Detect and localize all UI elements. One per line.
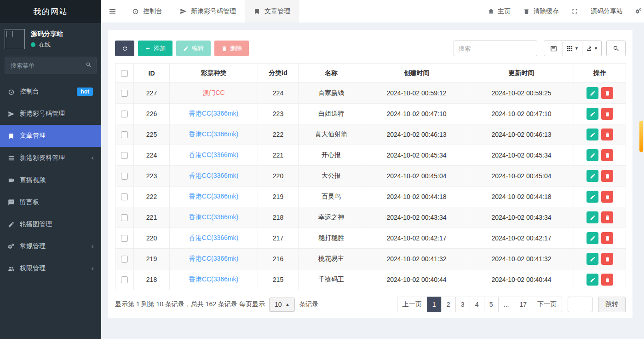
row-name: 桃花易主 <box>318 255 344 262</box>
row-checkbox[interactable] <box>121 131 128 138</box>
user-status: 在线 <box>31 41 63 49</box>
home-link[interactable]: 主页 <box>488 7 511 16</box>
category-link[interactable]: 香港CC(3366mk) <box>189 275 238 283</box>
add-button[interactable]: 添加 <box>138 41 172 56</box>
refresh-button[interactable] <box>115 41 134 56</box>
table-row: 226香港CC(3366mk)223白姐送特2024-10-02 00:47:1… <box>115 104 626 124</box>
row-checkbox[interactable] <box>121 235 128 242</box>
delete-button[interactable]: 删除 <box>214 41 249 56</box>
tab-控制台[interactable]: 控制台 <box>123 0 171 23</box>
page-size-select[interactable]: 10 ▲ <box>269 298 295 312</box>
menu-toggle-button[interactable] <box>101 0 123 23</box>
clear-cache-link[interactable]: 清除缓存 <box>523 7 559 16</box>
bookmark-icon <box>8 133 15 140</box>
trash-icon <box>604 194 610 200</box>
sidebar-item-label: 常规管理 <box>20 242 46 251</box>
row-actions-cell <box>574 145 626 166</box>
page-button[interactable]: 3 <box>455 297 470 312</box>
category-link[interactable]: 香港CC(3366mk) <box>189 151 238 158</box>
row-checkbox[interactable] <box>121 256 128 263</box>
profile-link[interactable]: 源码分享站 <box>591 7 623 16</box>
category-link[interactable]: 香港CC(3366mk) <box>189 255 238 262</box>
edit-row-button[interactable] <box>586 191 598 203</box>
delete-row-button[interactable] <box>601 87 613 99</box>
page-button[interactable]: 2 <box>441 297 456 312</box>
delete-row-button[interactable] <box>601 129 613 140</box>
edit-row-button[interactable] <box>586 253 598 265</box>
delete-row-button[interactable] <box>601 170 613 182</box>
pencil-icon <box>590 235 596 241</box>
delete-row-button[interactable] <box>601 274 613 286</box>
edit-row-button[interactable] <box>586 211 598 223</box>
send-icon <box>180 8 187 15</box>
edit-row-button[interactable] <box>586 274 598 286</box>
sidebar-menu: 控制台hot新港彩号码管理文章管理新港彩资料管理‹直播视频留言板轮播图管理常规管… <box>0 81 101 280</box>
row-checkbox[interactable] <box>121 173 128 180</box>
edit-button[interactable]: 编辑 <box>176 41 211 56</box>
category-link[interactable]: 香港CC(3366mk) <box>189 234 238 241</box>
row-id: 219 <box>146 255 157 263</box>
row-checkbox[interactable] <box>121 111 128 117</box>
card-view-button[interactable] <box>544 41 563 56</box>
trash-icon <box>604 152 610 158</box>
row-checkbox[interactable] <box>121 276 128 283</box>
category-link[interactable]: 香港CC(3366mk) <box>189 193 238 200</box>
fullscreen-button[interactable] <box>571 8 578 15</box>
export-dropdown-button[interactable]: ▼ <box>582 41 602 56</box>
settings-button[interactable] <box>635 8 642 15</box>
sidebar-item-label: 文章管理 <box>20 132 46 140</box>
jump-button[interactable]: 跳转 <box>598 297 626 312</box>
scrollbar-thumb[interactable] <box>639 121 643 152</box>
page-button[interactable]: 17 <box>514 297 532 312</box>
sidebar-item[interactable]: 新港彩资料管理‹ <box>0 147 101 169</box>
pencil-icon <box>590 111 596 117</box>
category-link[interactable]: 香港CC(3366mk) <box>189 130 238 138</box>
delete-row-button[interactable] <box>601 191 613 203</box>
page-button[interactable]: 4 <box>470 297 484 312</box>
edit-row-button[interactable] <box>586 87 598 99</box>
category-link[interactable]: 香港CC(3366mk) <box>189 110 238 117</box>
page-button[interactable]: 5 <box>484 297 499 312</box>
columns-dropdown-button[interactable]: ▼ <box>563 41 582 56</box>
delete-row-button[interactable] <box>601 149 613 161</box>
page-button[interactable]: 下一页 <box>532 297 562 312</box>
card-view-icon <box>550 45 557 52</box>
edit-row-button[interactable] <box>586 170 598 182</box>
row-checkbox[interactable] <box>121 90 128 97</box>
select-all-checkbox[interactable] <box>121 70 128 77</box>
table-search-input[interactable] <box>454 41 537 56</box>
tab-文章管理[interactable]: 文章管理 <box>245 0 299 23</box>
edit-row-button[interactable] <box>586 232 598 244</box>
edit-row-button[interactable] <box>586 129 598 140</box>
row-name: 百灵鸟 <box>322 193 341 200</box>
add-button-label: 添加 <box>154 44 166 53</box>
sidebar-item[interactable]: 留言板 <box>0 191 101 213</box>
delete-row-button[interactable] <box>601 211 613 223</box>
page-button[interactable]: 1 <box>427 297 442 312</box>
edit-row-button[interactable] <box>586 149 598 161</box>
row-checkbox[interactable] <box>121 193 128 200</box>
search-toggle-button[interactable] <box>606 41 626 56</box>
delete-row-button[interactable] <box>601 232 613 244</box>
sidebar-item[interactable]: 新港彩号码管理 <box>0 103 101 125</box>
page-button[interactable]: ... <box>498 297 515 312</box>
tab-新港彩号码管理[interactable]: 新港彩号码管理 <box>171 0 245 23</box>
sidebar-item[interactable]: 控制台hot <box>0 81 101 103</box>
sidebar-item[interactable]: 常规管理‹ <box>0 235 101 257</box>
row-checkbox[interactable] <box>121 214 128 221</box>
sidebar-item[interactable]: 直播视频 <box>0 169 101 191</box>
sidebar-item[interactable]: 文章管理 <box>0 125 101 147</box>
sidebar-item[interactable]: 轮播图管理 <box>0 213 101 235</box>
category-link[interactable]: 香港CC(3366mk) <box>189 172 238 179</box>
delete-row-button[interactable] <box>601 108 613 120</box>
edit-row-button[interactable] <box>586 108 598 120</box>
sidebar-item[interactable]: 权限管理‹ <box>0 257 101 280</box>
page-button[interactable]: 上一页 <box>397 297 427 312</box>
row-checkbox-cell <box>115 124 134 145</box>
jump-page-input[interactable] <box>568 297 592 312</box>
menu-search-input[interactable] <box>5 57 97 74</box>
category-link[interactable]: 香港CC(3366mk) <box>189 213 238 221</box>
category-link[interactable]: 澳门CC <box>202 89 224 96</box>
delete-row-button[interactable] <box>601 253 613 265</box>
row-checkbox[interactable] <box>121 152 128 159</box>
